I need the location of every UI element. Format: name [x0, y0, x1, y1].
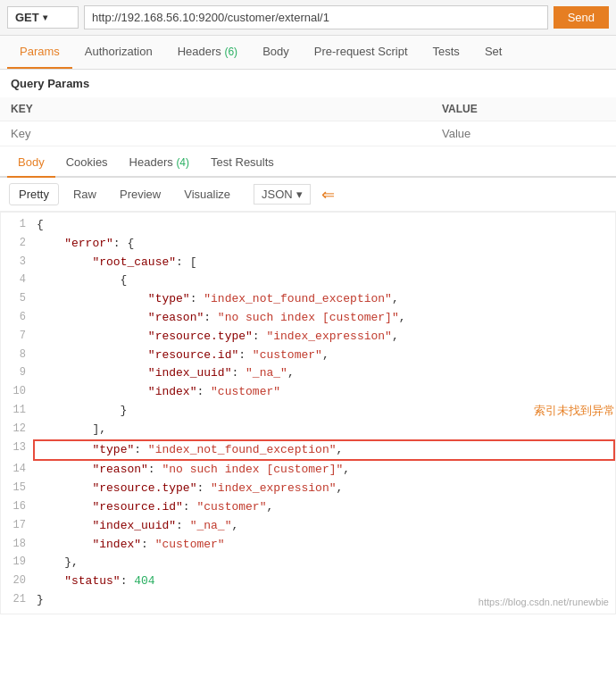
line-content: "resource.type": "index_expression", — [33, 328, 615, 347]
line-content: "resource.type": "index_expression", — [33, 480, 615, 498]
line-number: 17 — [1, 517, 33, 534]
line-number: 12 — [1, 421, 33, 438]
line-content: "type": "index_not_found_exception", — [33, 290, 615, 309]
line-content: "resource.id": "customer", — [33, 498, 615, 517]
json-line: 18 "index": "customer" — [1, 536, 615, 555]
line-number: 5 — [1, 290, 33, 307]
json-format-chevron-icon: ▾ — [296, 188, 303, 201]
method-label: GET — [15, 11, 39, 24]
line-number: 4 — [1, 271, 33, 288]
line-number: 9 — [1, 364, 33, 381]
tab-authorization[interactable]: Authorization — [72, 36, 165, 69]
resp-tab-cookies[interactable]: Cookies — [55, 148, 119, 178]
col-key-header: KEY — [0, 97, 431, 121]
json-line: 16 "resource.id": "customer", — [1, 498, 615, 517]
resp-tab-headers[interactable]: Headers (4) — [119, 148, 200, 178]
resp-tab-test-results[interactable]: Test Results — [200, 148, 285, 178]
line-number: 19 — [1, 554, 33, 571]
line-number: 7 — [1, 328, 33, 345]
line-content: "error": { — [33, 235, 615, 254]
wrap-icon[interactable]: ⇐ — [321, 185, 335, 205]
annotation-text: 索引未找到异常 — [534, 402, 615, 421]
line-number: 16 — [1, 498, 33, 515]
json-line: 12 ], — [1, 421, 615, 439]
line-number: 20 — [1, 572, 33, 589]
line-content: "index": "customer" — [33, 383, 615, 402]
json-line: 5 "type": "index_not_found_exception", — [1, 290, 615, 309]
json-line: 8 "resource.id": "customer", — [1, 347, 615, 365]
json-line: 13 "type": "index_not_found_exception", — [1, 439, 615, 462]
line-number: 1 — [1, 216, 33, 233]
line-number: 11 — [1, 402, 33, 419]
json-line: 6 "reason": "no such index [customer]", — [1, 309, 615, 328]
line-number: 3 — [1, 254, 33, 271]
send-button[interactable]: Send — [554, 6, 609, 29]
tab-prerequest[interactable]: Pre-request Script — [302, 36, 420, 69]
json-line: 3 "root_cause": [ — [1, 254, 615, 272]
line-content: }, — [33, 554, 615, 572]
json-format-label: JSON — [262, 188, 293, 201]
tab-params[interactable]: Params — [7, 36, 72, 69]
tab-body[interactable]: Body — [250, 36, 302, 69]
json-line: 11 }索引未找到异常 — [1, 402, 615, 421]
pretty-button[interactable]: Pretty — [9, 183, 59, 205]
value-input[interactable] — [442, 127, 605, 140]
line-number: 2 — [1, 235, 33, 252]
resp-tab-body[interactable]: Body — [7, 148, 55, 178]
url-input[interactable] — [84, 5, 548, 29]
json-line: 10 "index": "customer" — [1, 383, 615, 402]
line-content: "reason": "no such index [customer]", — [33, 309, 615, 328]
json-line: 19 }, — [1, 554, 615, 572]
json-line: 15 "resource.type": "index_expression", — [1, 480, 615, 498]
top-bar: GET ▾ Send — [0, 0, 616, 36]
line-number: 21 — [1, 591, 33, 608]
line-content: } — [33, 402, 527, 421]
line-content: "index_uuid": "_na_", — [33, 517, 615, 536]
json-line: 7 "resource.type": "index_expression", — [1, 328, 615, 347]
line-content: { — [33, 216, 615, 235]
json-line: 14 "reason": "no such index [customer]", — [1, 461, 615, 480]
preview-button[interactable]: Preview — [111, 184, 170, 205]
method-chevron-icon: ▾ — [43, 13, 47, 22]
method-select[interactable]: GET ▾ — [7, 6, 79, 29]
line-content: "resource.id": "customer", — [33, 347, 615, 365]
line-number: 6 — [1, 309, 33, 326]
line-content: "status": 404 — [33, 572, 615, 591]
line-content: "type": "index_not_found_exception", — [33, 439, 615, 462]
key-input[interactable] — [11, 127, 420, 140]
json-line: 1{ — [1, 216, 615, 235]
tab-tests[interactable]: Tests — [420, 36, 472, 69]
line-number: 10 — [1, 383, 33, 400]
line-number: 14 — [1, 461, 33, 478]
json-viewer-container: 1{2 "error": {3 "root_cause": [4 {5 "typ… — [0, 212, 616, 614]
json-line: 2 "error": { — [1, 235, 615, 254]
line-content: ], — [33, 421, 615, 439]
line-number: 15 — [1, 480, 33, 497]
json-viewer: 1{2 "error": {3 "root_cause": [4 {5 "typ… — [0, 212, 616, 614]
line-content: "reason": "no such index [customer]", — [33, 461, 615, 480]
col-value-header: VALUE — [431, 97, 616, 121]
json-format-select[interactable]: JSON ▾ — [254, 184, 311, 205]
line-number: 13 — [1, 439, 33, 456]
table-row — [0, 121, 616, 146]
tab-headers[interactable]: Headers (6) — [165, 36, 250, 69]
response-tabs: Body Cookies Headers (4) Test Results — [0, 148, 616, 178]
watermark: https://blog.csdn.net/runewbie — [479, 597, 609, 607]
line-content: "root_cause": [ — [33, 254, 615, 272]
line-content: "index_uuid": "_na_", — [33, 364, 615, 383]
raw-button[interactable]: Raw — [64, 184, 105, 205]
query-params-title: Query Params — [0, 70, 616, 97]
line-number: 18 — [1, 536, 33, 553]
json-line: 20 "status": 404 — [1, 572, 615, 591]
line-content: "index": "customer" — [33, 536, 615, 555]
visualize-button[interactable]: Visualize — [175, 184, 239, 205]
json-line: 9 "index_uuid": "_na_", — [1, 364, 615, 383]
query-params-section: Query Params KEY VALUE — [0, 70, 616, 146]
format-bar: Pretty Raw Preview Visualize JSON ▾ ⇐ — [0, 178, 616, 212]
json-line: 17 "index_uuid": "_na_", — [1, 517, 615, 536]
tab-settings[interactable]: Set — [472, 36, 515, 69]
request-tabs: Params Authorization Headers (6) Body Pr… — [0, 36, 616, 70]
params-table: KEY VALUE — [0, 97, 616, 146]
line-content: { — [33, 271, 615, 290]
line-number: 8 — [1, 347, 33, 363]
